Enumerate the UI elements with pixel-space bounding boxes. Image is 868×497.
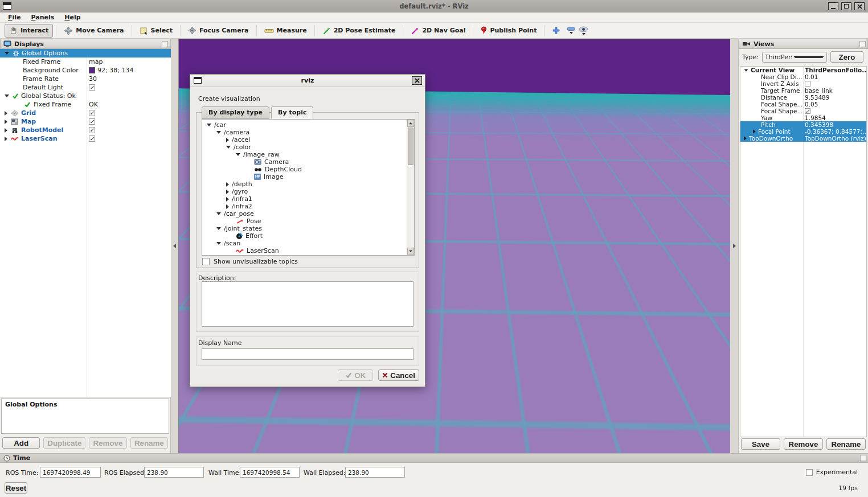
tool-properties-button[interactable] (577, 26, 590, 35)
collapse-arrow-icon[interactable] (5, 111, 7, 116)
remove-display-button[interactable]: Remove (89, 437, 126, 449)
titlebar[interactable]: default.rviz* - RViz (0, 0, 868, 13)
expand-arrow-icon[interactable] (207, 124, 211, 126)
dialog-close-button[interactable] (412, 76, 422, 85)
checkbox-checked[interactable]: ✓ (805, 108, 810, 114)
topic-row-car-pose[interactable]: /car_pose (202, 210, 414, 217)
expand-arrow-icon[interactable] (216, 242, 221, 245)
left-splitter[interactable] (171, 39, 178, 453)
collapse-arrow-icon[interactable] (226, 190, 229, 194)
expand-arrow-icon[interactable] (226, 146, 231, 149)
description-text-area[interactable] (202, 281, 413, 327)
checkbox-checked[interactable]: ✓ (89, 127, 95, 133)
duplicate-display-button[interactable]: Duplicate (43, 437, 85, 449)
wall-elapsed-input[interactable] (345, 467, 405, 478)
ros-time-input[interactable] (40, 467, 101, 478)
topic-row-depthcloud-display[interactable]: DepthCloud (202, 166, 414, 173)
panel-float-button[interactable] (162, 41, 168, 47)
views-row-invert-z[interactable]: Invert Z Axis (740, 80, 866, 87)
move-camera-tool-button[interactable]: Move Camera (59, 24, 128, 38)
collapse-right-icon[interactable] (733, 244, 736, 248)
panel-float-button[interactable] (860, 455, 866, 461)
time-panel-header[interactable]: Time (0, 454, 868, 463)
topic-row-image-raw[interactable]: /image_raw (202, 151, 414, 158)
displays-row-laserscan[interactable]: LaserScan ✓ (0, 134, 171, 143)
collapse-arrow-icon[interactable] (5, 137, 7, 141)
expand-arrow-icon[interactable] (744, 69, 748, 71)
right-splitter[interactable] (730, 39, 738, 453)
dialog-titlebar[interactable]: rviz (190, 75, 425, 87)
menu-panels[interactable]: Panels (26, 13, 60, 22)
views-row-topdownortho[interactable]: TopDownOrtho TopDownOrtho (rviz) (740, 135, 866, 142)
views-row-near-clip[interactable]: Near Clip Di... 0.01 (740, 73, 866, 80)
displays-row-map[interactable]: Map ✓ (0, 117, 171, 126)
scrollbar-thumb[interactable] (408, 128, 413, 165)
displays-row-grid[interactable]: Grid ✓ (0, 109, 171, 117)
select-tool-button[interactable]: Select (135, 24, 177, 38)
remove-tool-button[interactable] (565, 27, 577, 34)
views-panel-header[interactable]: Views (739, 39, 868, 49)
scrollbar[interactable] (407, 120, 414, 255)
topic-row-infra2[interactable]: /infra2 (202, 203, 414, 210)
rename-view-button[interactable]: Rename (826, 438, 866, 450)
interact-tool-button[interactable]: Interact (5, 24, 53, 38)
collapse-arrow-icon[interactable] (226, 138, 229, 142)
checkbox-unchecked[interactable] (805, 81, 810, 87)
scroll-up-button[interactable] (407, 120, 414, 127)
pose-estimate-tool-button[interactable]: 2D Pose Estimate (318, 24, 400, 38)
displays-row-global-status[interactable]: Global Status: Ok (0, 92, 171, 100)
checkbox-checked[interactable]: ✓ (89, 135, 95, 142)
topic-row-depth[interactable]: /depth (202, 180, 414, 188)
displays-row-fixed-frame-status[interactable]: Fixed Frame OK (0, 100, 171, 109)
topic-row-camera-display[interactable]: Camera (202, 158, 414, 166)
topic-row-infra1[interactable]: /infra1 (202, 195, 414, 203)
minimize-button[interactable] (828, 2, 838, 10)
topic-row-laserscan-display[interactable]: LaserScan (202, 247, 414, 254)
collapse-arrow-icon[interactable] (753, 130, 755, 134)
topic-row-image-display[interactable]: Image (202, 173, 414, 180)
displays-row-global-options[interactable]: Global Options (0, 49, 171, 57)
panel-float-button[interactable] (859, 41, 866, 47)
collapse-arrow-icon[interactable] (5, 120, 7, 124)
topic-row-camera[interactable]: /camera (202, 129, 414, 136)
show-unvisualizable-checkbox[interactable] (202, 258, 210, 265)
color-swatch[interactable] (89, 67, 95, 73)
checkbox-checked[interactable]: ✓ (89, 118, 95, 125)
close-button[interactable] (854, 2, 865, 10)
displays-row-robotmodel[interactable]: RobotModel ✓ (0, 126, 171, 134)
menu-file[interactable]: File (3, 13, 26, 22)
rename-display-button[interactable]: Rename (130, 437, 168, 449)
measure-tool-button[interactable]: Measure (260, 24, 312, 38)
ros-elapsed-input[interactable] (144, 467, 204, 478)
expand-arrow-icon[interactable] (216, 131, 221, 134)
displays-row-default-light[interactable]: Default Light ✓ (0, 83, 171, 92)
collapse-left-icon[interactable] (173, 244, 176, 248)
views-row-focal-shape-size[interactable]: Focal Shape... 0.05 (740, 101, 866, 108)
wall-time-input[interactable] (240, 467, 300, 478)
views-row-yaw[interactable]: Yaw 1.9854 (740, 114, 866, 121)
view-type-dropdown[interactable]: ThirdPersonFollowe (762, 52, 827, 63)
views-row-target-frame[interactable]: Target Frame base_link (740, 87, 866, 94)
focus-camera-tool-button[interactable]: Focus Camera (183, 24, 253, 38)
display-name-input[interactable] (202, 348, 413, 360)
views-row-pitch[interactable]: Pitch 0.345398 (740, 121, 866, 128)
checkbox-checked[interactable]: ✓ (89, 110, 95, 116)
ok-button[interactable]: OK (338, 369, 373, 381)
maximize-button[interactable] (841, 2, 851, 10)
topic-row-gyro[interactable]: /gyro (202, 188, 414, 195)
reset-button[interactable]: Reset (5, 482, 27, 494)
collapse-arrow-icon[interactable] (5, 128, 7, 133)
expand-arrow-icon[interactable] (5, 95, 9, 97)
topic-row-accel[interactable]: /accel (202, 136, 414, 143)
tab-by-topic[interactable]: By topic (271, 106, 313, 119)
menu-help[interactable]: Help (59, 13, 85, 22)
experimental-checkbox[interactable] (806, 469, 813, 476)
views-row-focal-shape-fixed[interactable]: Focal Shape... ✓ (740, 108, 866, 114)
displays-row-background-color[interactable]: Background Color 92; 38; 134 (0, 66, 171, 75)
topic-tree[interactable]: /car /camera /accel /color /image_raw Ca… (202, 119, 415, 256)
tab-by-display-type[interactable]: By display type (202, 106, 269, 119)
views-row-distance[interactable]: Distance 9.53489 (740, 94, 866, 101)
cancel-button[interactable]: Cancel (378, 369, 419, 381)
topic-row-effort-display[interactable]: Effort (202, 232, 414, 240)
displays-row-frame-rate[interactable]: Frame Rate 30 (0, 75, 171, 83)
